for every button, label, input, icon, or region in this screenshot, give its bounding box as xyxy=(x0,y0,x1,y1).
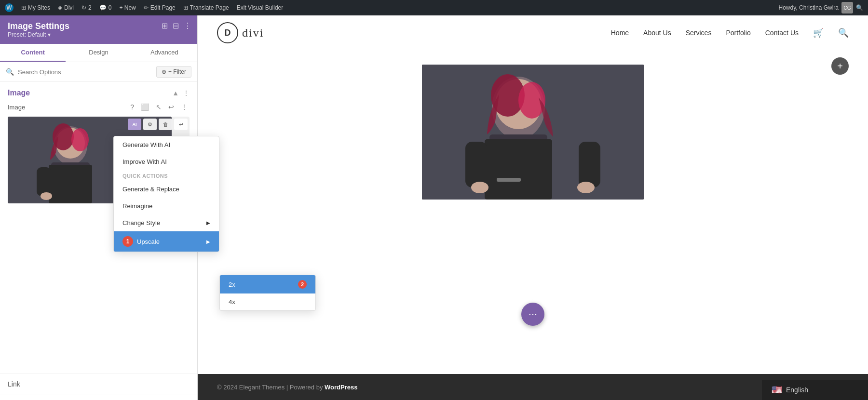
comment-icon: 💬 xyxy=(99,4,107,11)
panel-preset[interactable]: Preset: Default ▾ xyxy=(8,31,190,38)
search-input[interactable] xyxy=(18,68,152,76)
svg-rect-7 xyxy=(37,167,51,196)
site-header: D divi Home About Us Services Portfolio … xyxy=(198,15,868,50)
more-icon[interactable]: ⋮ xyxy=(184,21,191,30)
svg-rect-6 xyxy=(49,165,92,203)
add-content-button[interactable]: + xyxy=(831,57,849,75)
expand-icon[interactable]: ⊞ xyxy=(162,21,168,30)
cart-icon[interactable]: 🛒 xyxy=(813,27,824,38)
change-style-item[interactable]: Change Style ▶ xyxy=(114,214,219,231)
my-sites-link[interactable]: ⊞ My Sites xyxy=(21,4,50,11)
upscale-2x-item[interactable]: 2x 2 xyxy=(220,275,315,293)
nav-search-icon[interactable]: 🔍 xyxy=(838,27,849,38)
settings-panel: Image Settings Preset: Default ▾ ⊞ ⊟ ⋮ C… xyxy=(0,15,198,400)
generate-with-ai-item[interactable]: Generate With AI xyxy=(114,136,219,153)
settings-tool-button[interactable]: ⚙ xyxy=(143,119,157,130)
panel-header: Image Settings Preset: Default ▾ ⊞ ⊟ ⋮ xyxy=(0,15,197,44)
nav-services[interactable]: Services xyxy=(686,29,712,37)
wordpress-icon[interactable]: W xyxy=(5,3,14,12)
language-selector[interactable]: 🇺🇸 English xyxy=(762,380,868,400)
link-label: Link xyxy=(8,380,20,388)
svg-rect-22 xyxy=(497,178,521,182)
new-link[interactable]: + New xyxy=(119,4,136,11)
filter-button[interactable]: ⊕ + Filter xyxy=(156,66,191,78)
nav-about[interactable]: About Us xyxy=(643,29,671,37)
context-menu-wrapper: Generate With AI Improve With AI Quick A… xyxy=(113,136,219,252)
image-field-label: Image xyxy=(8,104,25,111)
search-icon: 🔍 xyxy=(6,68,14,76)
delete-tool-button[interactable]: 🗑 xyxy=(159,119,172,130)
reimagine-item[interactable]: Reimagine xyxy=(114,198,219,214)
collapse-icon[interactable]: ▲ xyxy=(172,89,179,97)
svg-rect-17 xyxy=(485,139,552,200)
site-preview: D divi Home About Us Services Portfolio … xyxy=(198,15,868,400)
collapsed-sections: Link Background Admin Label ▼ xyxy=(0,373,197,400)
generate-replace-item[interactable]: Generate & Replace xyxy=(114,181,219,198)
tab-advanced[interactable]: Advanced xyxy=(132,44,197,62)
admin-user-info[interactable]: Howdy, Christina Gwira CG 🔍 xyxy=(779,2,863,13)
nav-contact[interactable]: Contact Us xyxy=(765,29,799,37)
fab-dots-icon: ··· xyxy=(529,308,537,320)
improve-with-ai-item[interactable]: Improve With AI xyxy=(114,153,219,170)
plus-icon: + xyxy=(837,61,843,72)
main-layout: Image Settings Preset: Default ▾ ⊞ ⊟ ⋮ C… xyxy=(0,15,868,400)
section-header[interactable]: Image ▲ ⋮ xyxy=(8,82,190,102)
edit-page-link[interactable]: ✏ Edit Page xyxy=(144,4,176,11)
select-button[interactable]: ↖ xyxy=(154,102,163,112)
pencil-icon: ✏ xyxy=(144,4,149,11)
nav-portfolio[interactable]: Portfolio xyxy=(726,29,750,37)
more-button[interactable]: ⋮ xyxy=(179,102,190,112)
help-button[interactable]: ? xyxy=(128,102,136,112)
sites-icon: ⊞ xyxy=(21,4,26,11)
site-logo: D divi xyxy=(217,22,264,43)
main-page-image xyxy=(422,65,644,200)
ai-tool-button[interactable]: AI xyxy=(128,119,141,130)
wp-admin-bar: W ⊞ My Sites ◈ Divi ↻ 2 💬 0 + New ✏ Edit… xyxy=(0,0,868,15)
image-field-row: Image ? ⬜ ↖ ↩ ⋮ xyxy=(8,102,190,112)
link-section[interactable]: Link xyxy=(0,373,197,395)
undo-tool-button[interactable]: ↩ xyxy=(174,119,188,130)
svg-point-9 xyxy=(41,192,52,200)
reset-button[interactable]: ↩ xyxy=(166,102,176,112)
section-icons: ▲ ⋮ xyxy=(172,89,190,97)
search-icon[interactable]: 🔍 xyxy=(856,4,863,11)
tab-content[interactable]: Content xyxy=(0,44,66,62)
comments-link[interactable]: 💬 0 xyxy=(99,4,112,11)
logo-circle: D xyxy=(217,22,238,43)
refresh-icon: ↻ xyxy=(81,4,86,11)
translate-icon: ⊞ xyxy=(183,4,188,11)
page-content: + ··· xyxy=(198,50,868,374)
divi-link[interactable]: ◈ Divi xyxy=(58,4,74,11)
change-style-arrow: ▶ xyxy=(206,220,210,226)
context-menu: Generate With AI Improve With AI Quick A… xyxy=(113,136,219,252)
svg-point-16 xyxy=(518,82,545,119)
language-label: English xyxy=(786,386,808,394)
panel-header-icons: ⊞ ⊟ ⋮ xyxy=(162,21,191,30)
step-2-badge: 2 xyxy=(298,280,307,289)
divi-icon: ◈ xyxy=(58,4,62,11)
svg-rect-18 xyxy=(465,142,487,187)
footer-text: © 2024 Elegant Themes | Powered by WordP… xyxy=(217,384,357,391)
step-1-badge: 1 xyxy=(122,236,133,247)
svg-point-21 xyxy=(577,182,595,193)
svg-point-20 xyxy=(471,182,488,193)
section-title: Image xyxy=(8,89,30,97)
quick-actions-label: Quick Actions xyxy=(114,170,219,181)
nav-home[interactable]: Home xyxy=(611,29,629,37)
translate-page-link[interactable]: ⊞ Translate Page xyxy=(183,4,229,11)
upscale-arrow: ▶ xyxy=(206,239,210,244)
upscale-item[interactable]: 1 Upscale ▶ xyxy=(114,231,219,252)
upscale-4x-item[interactable]: 4x xyxy=(220,293,315,310)
image-toolbar: ? ⬜ ↖ ↩ ⋮ xyxy=(128,102,190,112)
updates-link[interactable]: ↻ 2 xyxy=(81,4,92,11)
columns-icon[interactable]: ⊟ xyxy=(173,21,179,30)
upscale-submenu: 2x 2 4x xyxy=(219,275,316,311)
more-options-icon[interactable]: ⋮ xyxy=(183,89,190,97)
copy-button[interactable]: ⬜ xyxy=(139,102,151,112)
exit-builder-link[interactable]: Exit Visual Builder xyxy=(237,4,284,11)
site-nav: Home About Us Services Portfolio Contact… xyxy=(611,27,849,38)
floating-action-button[interactable]: ··· xyxy=(521,303,544,326)
svg-point-5 xyxy=(71,128,89,151)
tab-design[interactable]: Design xyxy=(66,44,131,62)
background-section[interactable]: Background xyxy=(0,395,197,400)
